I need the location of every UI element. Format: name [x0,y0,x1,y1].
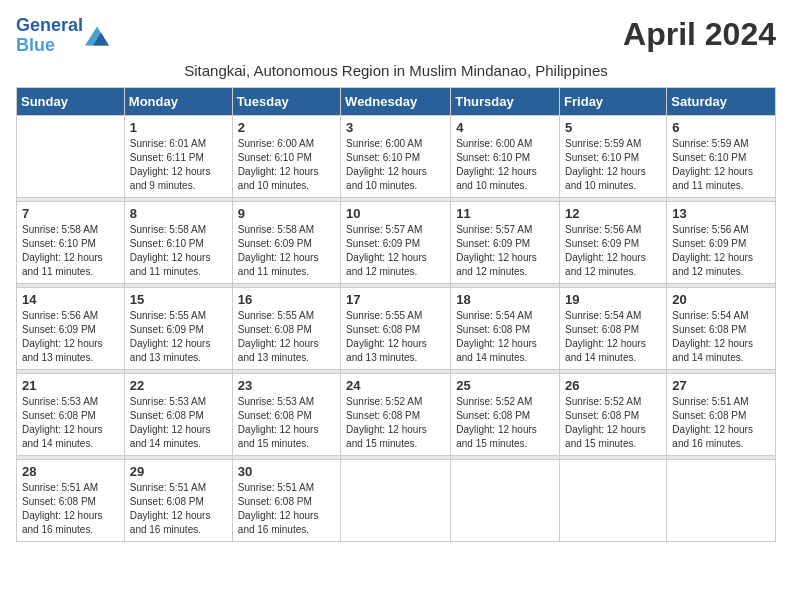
day-number: 25 [456,378,554,393]
calendar-header-row: Sunday Monday Tuesday Wednesday Thursday… [17,87,776,115]
calendar-week-row: 1Sunrise: 6:01 AM Sunset: 6:11 PM Daylig… [17,115,776,197]
calendar-cell: 10Sunrise: 5:57 AM Sunset: 6:09 PM Dayli… [341,201,451,283]
calendar-cell: 16Sunrise: 5:55 AM Sunset: 6:08 PM Dayli… [232,287,340,369]
calendar-cell: 15Sunrise: 5:55 AM Sunset: 6:09 PM Dayli… [124,287,232,369]
subtitle: Sitangkai, Autonomous Region in Muslim M… [16,62,776,79]
day-number: 19 [565,292,661,307]
header-thursday: Thursday [451,87,560,115]
calendar-cell: 1Sunrise: 6:01 AM Sunset: 6:11 PM Daylig… [124,115,232,197]
header-friday: Friday [560,87,667,115]
day-number: 27 [672,378,770,393]
calendar-cell: 13Sunrise: 5:56 AM Sunset: 6:09 PM Dayli… [667,201,776,283]
day-info: Sunrise: 5:58 AM Sunset: 6:10 PM Dayligh… [22,223,119,279]
day-number: 18 [456,292,554,307]
calendar-week-row: 28Sunrise: 5:51 AM Sunset: 6:08 PM Dayli… [17,459,776,541]
day-number: 28 [22,464,119,479]
calendar-cell: 14Sunrise: 5:56 AM Sunset: 6:09 PM Dayli… [17,287,125,369]
day-number: 21 [22,378,119,393]
day-number: 9 [238,206,335,221]
calendar-cell: 9Sunrise: 5:58 AM Sunset: 6:09 PM Daylig… [232,201,340,283]
calendar-cell: 3Sunrise: 6:00 AM Sunset: 6:10 PM Daylig… [341,115,451,197]
calendar-cell: 20Sunrise: 5:54 AM Sunset: 6:08 PM Dayli… [667,287,776,369]
day-info: Sunrise: 5:53 AM Sunset: 6:08 PM Dayligh… [238,395,335,451]
day-info: Sunrise: 5:52 AM Sunset: 6:08 PM Dayligh… [346,395,445,451]
day-number: 2 [238,120,335,135]
calendar-cell: 26Sunrise: 5:52 AM Sunset: 6:08 PM Dayli… [560,373,667,455]
day-info: Sunrise: 5:53 AM Sunset: 6:08 PM Dayligh… [22,395,119,451]
day-number: 24 [346,378,445,393]
day-number: 13 [672,206,770,221]
calendar-cell: 18Sunrise: 5:54 AM Sunset: 6:08 PM Dayli… [451,287,560,369]
day-info: Sunrise: 5:57 AM Sunset: 6:09 PM Dayligh… [346,223,445,279]
day-info: Sunrise: 5:58 AM Sunset: 6:09 PM Dayligh… [238,223,335,279]
day-info: Sunrise: 5:55 AM Sunset: 6:08 PM Dayligh… [346,309,445,365]
day-number: 17 [346,292,445,307]
day-info: Sunrise: 5:51 AM Sunset: 6:08 PM Dayligh… [672,395,770,451]
calendar-cell [451,459,560,541]
calendar-week-row: 7Sunrise: 5:58 AM Sunset: 6:10 PM Daylig… [17,201,776,283]
calendar-cell [341,459,451,541]
day-info: Sunrise: 6:00 AM Sunset: 6:10 PM Dayligh… [456,137,554,193]
day-number: 4 [456,120,554,135]
logo: GeneralBlue [16,16,109,56]
main-title: April 2024 [623,16,776,53]
header-monday: Monday [124,87,232,115]
day-info: Sunrise: 5:59 AM Sunset: 6:10 PM Dayligh… [672,137,770,193]
title-section: April 2024 [623,16,776,53]
day-info: Sunrise: 5:57 AM Sunset: 6:09 PM Dayligh… [456,223,554,279]
calendar-cell: 22Sunrise: 5:53 AM Sunset: 6:08 PM Dayli… [124,373,232,455]
day-number: 11 [456,206,554,221]
day-info: Sunrise: 5:55 AM Sunset: 6:08 PM Dayligh… [238,309,335,365]
calendar-cell: 29Sunrise: 5:51 AM Sunset: 6:08 PM Dayli… [124,459,232,541]
day-number: 23 [238,378,335,393]
header-sunday: Sunday [17,87,125,115]
day-number: 20 [672,292,770,307]
day-number: 7 [22,206,119,221]
calendar-cell: 2Sunrise: 6:00 AM Sunset: 6:10 PM Daylig… [232,115,340,197]
calendar-cell: 25Sunrise: 5:52 AM Sunset: 6:08 PM Dayli… [451,373,560,455]
calendar-cell: 7Sunrise: 5:58 AM Sunset: 6:10 PM Daylig… [17,201,125,283]
day-info: Sunrise: 5:52 AM Sunset: 6:08 PM Dayligh… [565,395,661,451]
calendar-cell: 27Sunrise: 5:51 AM Sunset: 6:08 PM Dayli… [667,373,776,455]
calendar-cell: 5Sunrise: 5:59 AM Sunset: 6:10 PM Daylig… [560,115,667,197]
calendar-cell: 12Sunrise: 5:56 AM Sunset: 6:09 PM Dayli… [560,201,667,283]
calendar-cell: 11Sunrise: 5:57 AM Sunset: 6:09 PM Dayli… [451,201,560,283]
day-info: Sunrise: 5:54 AM Sunset: 6:08 PM Dayligh… [456,309,554,365]
day-number: 5 [565,120,661,135]
calendar-cell: 23Sunrise: 5:53 AM Sunset: 6:08 PM Dayli… [232,373,340,455]
calendar-cell: 28Sunrise: 5:51 AM Sunset: 6:08 PM Dayli… [17,459,125,541]
day-info: Sunrise: 5:54 AM Sunset: 6:08 PM Dayligh… [565,309,661,365]
calendar-cell: 4Sunrise: 6:00 AM Sunset: 6:10 PM Daylig… [451,115,560,197]
calendar-cell: 8Sunrise: 5:58 AM Sunset: 6:10 PM Daylig… [124,201,232,283]
day-info: Sunrise: 5:52 AM Sunset: 6:08 PM Dayligh… [456,395,554,451]
day-info: Sunrise: 5:51 AM Sunset: 6:08 PM Dayligh… [238,481,335,537]
day-info: Sunrise: 5:56 AM Sunset: 6:09 PM Dayligh… [672,223,770,279]
day-number: 6 [672,120,770,135]
logo-blue: Blue [16,35,55,55]
day-number: 3 [346,120,445,135]
day-number: 14 [22,292,119,307]
calendar-cell [667,459,776,541]
day-number: 12 [565,206,661,221]
day-info: Sunrise: 6:01 AM Sunset: 6:11 PM Dayligh… [130,137,227,193]
day-info: Sunrise: 5:55 AM Sunset: 6:09 PM Dayligh… [130,309,227,365]
calendar-cell: 19Sunrise: 5:54 AM Sunset: 6:08 PM Dayli… [560,287,667,369]
logo-text: GeneralBlue [16,16,83,56]
calendar-week-row: 21Sunrise: 5:53 AM Sunset: 6:08 PM Dayli… [17,373,776,455]
calendar-week-row: 14Sunrise: 5:56 AM Sunset: 6:09 PM Dayli… [17,287,776,369]
day-info: Sunrise: 5:56 AM Sunset: 6:09 PM Dayligh… [565,223,661,279]
header-saturday: Saturday [667,87,776,115]
day-info: Sunrise: 5:51 AM Sunset: 6:08 PM Dayligh… [130,481,227,537]
calendar-cell: 6Sunrise: 5:59 AM Sunset: 6:10 PM Daylig… [667,115,776,197]
calendar-cell: 30Sunrise: 5:51 AM Sunset: 6:08 PM Dayli… [232,459,340,541]
calendar-cell: 24Sunrise: 5:52 AM Sunset: 6:08 PM Dayli… [341,373,451,455]
day-number: 10 [346,206,445,221]
header-wednesday: Wednesday [341,87,451,115]
calendar-cell: 17Sunrise: 5:55 AM Sunset: 6:08 PM Dayli… [341,287,451,369]
day-number: 1 [130,120,227,135]
day-info: Sunrise: 5:53 AM Sunset: 6:08 PM Dayligh… [130,395,227,451]
day-number: 26 [565,378,661,393]
logo-icon [85,26,109,46]
day-info: Sunrise: 6:00 AM Sunset: 6:10 PM Dayligh… [238,137,335,193]
day-info: Sunrise: 6:00 AM Sunset: 6:10 PM Dayligh… [346,137,445,193]
